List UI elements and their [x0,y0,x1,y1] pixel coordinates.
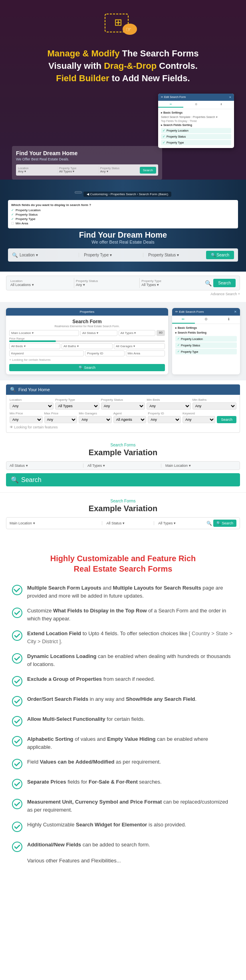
svg-point-17 [12,842,22,852]
variation-1-label: Search Forms [6,443,240,447]
feature-item-9: Field Values can be Added/Modified as pe… [12,758,234,771]
edit-tab-1[interactable]: ✏ [172,316,195,324]
feature-item-6: Order/Sort Search Fields in any way and … [12,695,234,708]
min-price-select[interactable]: Any [10,416,43,423]
checkmark-icon-13 [12,842,22,852]
variation-2-bar: Main Location ▾ All Status ▾ All Types ▾… [6,517,240,529]
various-text: Various other Features and Flexibilities… [27,858,234,864]
search-btn-2[interactable]: 🔍 Search [206,251,234,259]
checkmark-icon-8 [12,736,22,746]
feature-item-11: Measurement Unit, Currency Symbol and Pr… [12,798,234,814]
search-form-bar-2: 🔍 Location ▾ Property Type ▾ Property St… [8,248,238,262]
looking-features: 👁 Looking for certain features [10,425,236,429]
variation-1-section: Search Forms Example Variation All Statu… [0,437,246,492]
hero-search-btn[interactable]: Search [140,167,156,174]
min-beds-select[interactable]: Any [147,402,190,410]
feature-item-7: Allow Multi-Select Functionality for cer… [12,715,234,728]
max-price-select[interactable]: Any [44,416,77,423]
variation-2-title: Example Variation [6,504,240,513]
svg-point-15 [12,799,22,809]
svg-point-4 [12,585,22,595]
svg-point-16 [12,822,22,832]
search-hero-title: Find Your Dream Home [8,230,238,240]
feature-item-4: Dynamic Locations Loading can be enabled… [12,652,234,668]
search-btn-3[interactable]: Search [213,279,236,287]
checkmark-icon-1 [12,585,22,595]
svg-point-7 [12,631,22,640]
checkmark-icon-6 [12,696,22,706]
variation-1-title: Example Variation [6,448,240,457]
svg-point-9 [12,676,22,686]
form-card-sub: RealHomes Elementor for Real Estate Sear… [9,325,165,328]
checkmark-icon-9 [12,759,22,769]
feature-item-8: Alphabetic Sorting of values and Empty V… [12,735,234,751]
full-search-btn[interactable]: Search [217,416,236,423]
find-home-label: Find Your Home [18,387,50,392]
feature-item-10: Separate Prices fields for For-Sale & Fo… [12,778,234,791]
edit-tab-3[interactable]: ⬇ [217,316,240,324]
feature-item-2: Customize What Fields to Display in the … [12,607,234,622]
features-section: Highly Customizable and Feature RichReal… [0,543,246,874]
feature-item-5: Exclude a Group of Properties from searc… [12,675,234,688]
hero-section: ⊞ ☞ Manage & Modify The Search Forms Vis… [0,0,246,180]
feature-item-12: Highly Customizable Search Widget for El… [12,821,234,834]
feature-item-1: Multiple Search Form Layouts and Multipl… [12,584,234,600]
search-hero-subtitle: We offer Best Real Estate Deals [8,240,238,244]
checkmark-icon-3 [12,630,22,641]
svg-point-8 [12,654,22,663]
hero-title: Manage & Modify The Search Forms Visuall… [48,48,199,84]
search-hero-section: ◀ Customizing › Properties Search › Sear… [0,180,246,272]
svg-point-12 [12,736,22,746]
features-title: Highly Customizable and Feature RichReal… [12,553,234,574]
property-type-select[interactable]: All Types [55,402,99,410]
drag-drop-icon: ⊞ ☞ [103,12,143,42]
breadcrumb: ◀ Customizing › Properties Search › Sear… [83,192,171,197]
form-card-title: Search Form [9,319,165,324]
checkmark-icon-4 [12,653,22,664]
property-status-select[interactable]: Any [101,402,145,410]
hero-icon-area: ⊞ ☞ [103,12,143,44]
svg-line-5 [14,589,16,591]
full-search-section: 🔍 Find Your Home Location Any Property T… [0,380,246,437]
keyword-select[interactable]: Any [183,416,216,423]
checkmark-icon-12 [12,822,22,832]
checkmark-icon-2 [12,608,22,618]
location-select[interactable]: Any [10,402,54,410]
svg-point-13 [12,759,22,769]
feature-item-3: Extend Location Field to Upto 4 fields. … [12,630,234,645]
svg-point-10 [12,696,22,706]
svg-text:☞: ☞ [126,26,131,33]
min-baths-select[interactable]: Any [192,402,236,410]
mockup-area: ✏ Edit Search Form × ✏ ⚙ ⬇ ▸ Basic Setti… [8,92,238,180]
min-garages-select[interactable]: Any [79,416,112,423]
edit-form-panel: ✏ Edit Search Form × ✏ ⚙ ⬇ ▸ Basic Setti… [158,94,234,148]
form-search-btn[interactable]: 🔍 Search [9,364,165,371]
property-id-select[interactable]: Any [148,416,181,423]
edit-tab-2[interactable]: ⚙ [195,316,218,324]
feature-item-13: Additional/New Fields can be added to se… [12,841,234,854]
checkmark-icon-11 [12,799,22,809]
agent-select[interactable]: All Agents [113,416,147,423]
variation-1-search-btn[interactable]: 🔍 Search [6,473,240,486]
checkmark-icon-10 [12,779,22,789]
checkmark-icon-7 [12,716,22,726]
three-field-section: Location All Locations ▾ Property Status… [0,272,246,302]
builder-section: Properties Search Form RealHomes Element… [0,302,246,380]
search-which-fields-popup: Which fields do you want to display in s… [8,200,238,228]
variation-1-bar: All Status ▾ All Types ▾ Main Location ▾ [6,461,240,470]
edit-panel: ✏ Edit Search Form ✕ ✏ ⚙ ⬇ ▸ Basic Setti… [172,308,240,374]
svg-point-14 [12,779,22,789]
variation-2-section: Search Forms Example Variation Main Loca… [0,492,246,535]
svg-point-11 [12,716,22,726]
variation-2-label: Search Forms [6,499,240,503]
svg-text:⊞: ⊞ [114,17,122,28]
hero-search-overlay: Find Your Dream Home We Offer Best Real … [12,146,162,180]
full-search-form: Location Any Property Type All Types Pro… [6,395,240,433]
form-card: Properties Search Form RealHomes Element… [6,308,168,374]
svg-point-6 [12,608,22,618]
checkmark-icon-5 [12,676,22,686]
three-field-bar: Location All Locations ▾ Property Status… [6,276,240,290]
variation-2-search-btn[interactable]: 🔍 Search [213,520,236,527]
